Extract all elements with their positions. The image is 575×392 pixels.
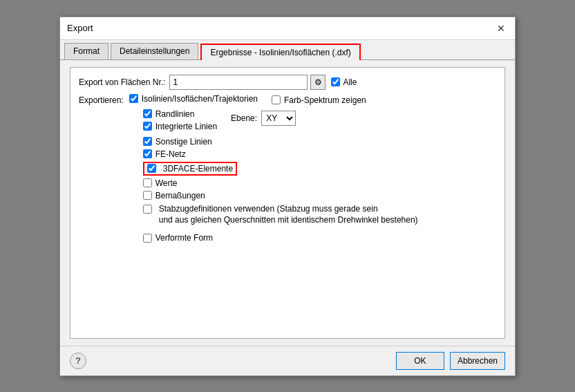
dface-highlight: 3DFACE-Elemente bbox=[143, 162, 237, 176]
button-group: OK Abbrechen bbox=[396, 352, 505, 370]
export-dialog: Export ✕ Format Detaileinstellungen Erge… bbox=[59, 17, 516, 376]
bottom-bar: ? OK Abbrechen bbox=[60, 346, 515, 375]
tab-detail[interactable]: Detaileinstellungen bbox=[111, 43, 198, 59]
farb-label: Farb-Spektrum zeigen bbox=[284, 95, 366, 105]
flaechen-label: Export von Flächen Nr.: bbox=[79, 77, 165, 87]
checkboxes-col: Isolinien/Isoflächen/Trajektorien Farb-S… bbox=[129, 94, 418, 246]
content-panel: Export von Flächen Nr.: ⚙ Alle Exportier… bbox=[70, 67, 505, 339]
exportieren-label: Exportieren: bbox=[79, 95, 124, 105]
help-button[interactable]: ? bbox=[70, 353, 86, 369]
checkbox-werte: Werte bbox=[143, 178, 418, 188]
tab-format[interactable]: Format bbox=[64, 43, 109, 59]
alle-checkbox-group: Alle bbox=[331, 77, 357, 87]
tab-results[interactable]: Ergebnisse - Isolinien/Isoflächen (.dxf) bbox=[200, 44, 360, 60]
tab-content: Export von Flächen Nr.: ⚙ Alle Exportier… bbox=[60, 60, 515, 346]
ebene-select[interactable]: XY XZ YZ bbox=[261, 111, 296, 126]
flaechen-icon-btn[interactable]: ⚙ bbox=[310, 75, 326, 90]
checkbox-verformte: Verformte Form bbox=[143, 233, 418, 243]
alle-label: Alle bbox=[343, 77, 357, 87]
farb-spektrum-checkbox[interactable] bbox=[272, 95, 281, 104]
checkbox-stabzug: Stabzugdefinitionen verwenden (Stabzug m… bbox=[143, 203, 418, 227]
export-flaechen-row: Export von Flächen Nr.: ⚙ Alle bbox=[79, 75, 496, 90]
checkbox-bemassungen: Bemaßungen bbox=[143, 191, 418, 200]
dialog-title: Export bbox=[67, 23, 93, 33]
title-bar: Export ✕ bbox=[60, 17, 515, 40]
checkbox-randlinien: Randlinien bbox=[143, 109, 217, 119]
dface-checkbox[interactable] bbox=[147, 164, 156, 173]
flaechen-input[interactable] bbox=[169, 75, 308, 90]
checkbox-fenetz: FE-Netz bbox=[143, 149, 418, 159]
tabs-bar: Format Detaileinstellungen Ergebnisse - … bbox=[60, 40, 515, 60]
close-button[interactable]: ✕ bbox=[494, 21, 508, 35]
cancel-button[interactable]: Abbrechen bbox=[450, 352, 505, 370]
ebene-row: Ebene: XY XZ YZ bbox=[231, 111, 296, 126]
ok-button[interactable]: OK bbox=[396, 352, 444, 370]
exportieren-row: Exportieren: Isolinien/Isoflächen/Trajek… bbox=[79, 94, 496, 246]
alle-checkbox[interactable] bbox=[331, 77, 340, 86]
checkbox-sonstige: Sonstige Linien bbox=[143, 137, 418, 147]
checkbox-integrierte: Integrierte Linien bbox=[143, 122, 217, 131]
checkbox-isolinien: Isolinien/Isoflächen/Trajektorien bbox=[129, 94, 258, 104]
checkbox-dface-wrapper: 3DFACE-Elemente bbox=[143, 162, 418, 176]
ebene-label: Ebene: bbox=[231, 113, 257, 123]
